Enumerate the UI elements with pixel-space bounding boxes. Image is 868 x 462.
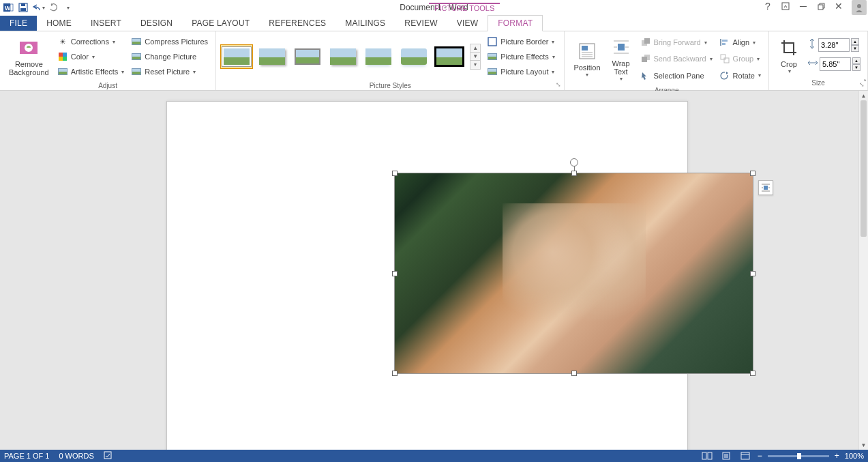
gallery-scroll-up-icon[interactable]: ▲ [470,44,480,53]
resize-handle-bottom-middle[interactable] [571,371,577,376]
picture-style-7[interactable] [433,44,466,69]
picture-style-2[interactable] [256,44,288,69]
customize-qat-icon[interactable]: ▾ [61,1,75,14]
corrections-button[interactable]: ☀Corrections▾ [54,34,128,49]
help-icon[interactable]: ? [760,0,775,12]
change-picture-button[interactable]: Change Picture [128,49,211,64]
svg-rect-31 [722,40,728,42]
user-account-icon[interactable] [852,0,867,15]
wrap-text-button[interactable]: WrapText▾ [605,34,637,84]
picture-styles-dialog-launcher-icon[interactable]: ⤡ [554,81,563,89]
picture-style-6[interactable] [398,44,430,69]
resize-handle-top-middle[interactable] [571,171,577,176]
scroll-up-icon[interactable]: ▲ [859,91,868,100]
tab-view[interactable]: VIEW [447,16,488,31]
width-spinner-up-icon[interactable]: ▲ [852,57,860,64]
tab-references[interactable]: REFERENCES [259,16,335,31]
resize-handle-bottom-left[interactable] [392,371,398,376]
svg-rect-5 [20,8,26,11]
picture-style-3[interactable] [291,44,324,69]
picture-style-4[interactable] [327,44,359,69]
scrollbar-thumb[interactable] [860,100,867,237]
collapse-ribbon-icon[interactable]: ˄ [863,78,867,86]
width-input[interactable] [820,57,851,71]
close-icon[interactable]: ✕ [831,0,846,12]
redo-icon[interactable] [46,1,60,14]
rotate-handle[interactable] [570,158,578,167]
resize-handle-bottom-right[interactable] [750,371,755,376]
undo-icon[interactable]: ▾ [31,1,45,14]
picture-style-1[interactable] [220,44,253,69]
resize-handle-middle-left[interactable] [392,271,398,276]
proofing-icon[interactable] [104,451,113,461]
web-layout-view-icon[interactable] [738,451,752,461]
word-count[interactable]: 0 WORDS [59,452,93,460]
reset-picture-button[interactable]: Reset Picture▾ [128,64,211,79]
tab-review[interactable]: REVIEW [395,16,447,31]
tab-file[interactable]: FILE [0,16,37,31]
gallery-more-icon[interactable]: ▾ [470,61,480,69]
send-backward-button[interactable]: Send Backward▾ [637,51,716,66]
svg-rect-4 [21,3,25,6]
ribbon-tab-strip: FILE HOME INSERT DESIGN PAGE LAYOUT REFE… [0,15,868,31]
picture-border-button[interactable]: Picture Border▾ [483,34,558,49]
crop-button[interactable]: Crop▾ [773,34,805,76]
height-input[interactable] [818,38,850,52]
rotate-button[interactable]: Rotate▾ [716,68,764,83]
picture-effects-button[interactable]: Picture Effects▾ [483,49,558,64]
bring-forward-button[interactable]: Bring Forward▾ [637,35,716,50]
word-app-icon[interactable]: W [1,1,15,14]
page-indicator[interactable]: PAGE 1 OF 1 [4,452,49,460]
svg-rect-12 [63,53,67,57]
selection-pane-icon [640,70,651,81]
scroll-down-icon[interactable]: ▼ [859,440,868,450]
restore-icon[interactable] [813,0,828,12]
tab-mailings[interactable]: MAILINGS [335,16,395,31]
selected-picture[interactable] [394,173,753,374]
change-picture-label: Change Picture [145,53,196,61]
artistic-effects-button[interactable]: Artistic Effects▾ [54,64,128,79]
svg-rect-13 [59,57,63,61]
zoom-level[interactable]: 100% [845,452,864,460]
remove-background-button[interactable]: RemoveBackground [4,34,54,79]
align-button[interactable]: Align▾ [716,35,764,50]
compress-pictures-label: Compress Pictures [145,38,208,46]
tab-format[interactable]: FORMAT [488,15,543,31]
print-layout-view-icon[interactable] [719,451,733,461]
zoom-out-button[interactable]: − [758,451,762,461]
corrections-label: Corrections [71,38,109,46]
read-mode-view-icon[interactable] [700,451,714,461]
document-page[interactable] [166,101,688,450]
bring-forward-icon [640,37,651,48]
zoom-slider[interactable] [768,455,829,457]
document-editing-area[interactable] [0,91,868,450]
group-size: Crop▾ ▲▼ ▲▼ Size ⤡ [769,31,868,90]
selection-pane-button[interactable]: Selection Pane [637,68,716,83]
height-spinner-down-icon[interactable]: ▼ [851,45,859,52]
width-spinner-down-icon[interactable]: ▼ [852,64,860,71]
group-picture-styles: ▲ ▼ ▾ Picture Border▾ Picture Effects▾ P… [216,31,565,90]
position-button[interactable]: Position▾ [569,34,605,84]
height-spinner-up-icon[interactable]: ▲ [851,38,859,45]
group-button[interactable]: Group▾ [716,51,764,66]
ribbon-display-options-icon[interactable] [778,0,793,12]
compress-pictures-button[interactable]: Compress Pictures [128,34,211,49]
resize-handle-top-left[interactable] [392,171,398,176]
zoom-in-button[interactable]: + [835,451,839,461]
height-icon [807,38,817,52]
tab-page-layout[interactable]: PAGE LAYOUT [182,16,259,31]
picture-layout-button[interactable]: Picture Layout▾ [483,64,558,79]
resize-handle-top-right[interactable] [750,171,755,176]
tab-design[interactable]: DESIGN [131,16,182,31]
tab-insert[interactable]: INSERT [81,16,131,31]
color-button[interactable]: Color▾ [54,49,128,64]
layout-options-button[interactable] [758,180,773,195]
save-icon[interactable] [16,1,30,14]
minimize-icon[interactable]: ─ [796,0,811,12]
zoom-slider-thumb[interactable] [797,453,801,459]
vertical-scrollbar[interactable]: ▲ ▼ [858,91,868,450]
tab-home[interactable]: HOME [37,16,81,31]
resize-handle-middle-right[interactable] [750,271,755,276]
gallery-scroll-down-icon[interactable]: ▼ [470,53,480,61]
picture-style-5[interactable] [362,44,395,69]
